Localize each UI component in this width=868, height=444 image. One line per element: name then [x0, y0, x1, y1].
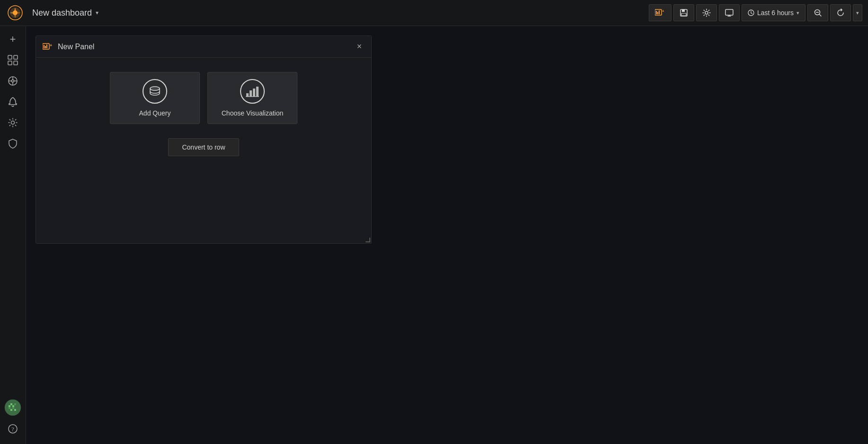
sidebar-item-alerting[interactable] [3, 92, 22, 111]
svg-rect-12 [725, 9, 733, 15]
sidebar-item-dashboards[interactable] [3, 51, 22, 70]
panel-header: + New Panel × [36, 36, 371, 58]
svg-rect-38 [14, 409, 16, 411]
refresh-dropdown-button[interactable]: ▾ [853, 4, 862, 21]
svg-rect-6 [659, 10, 660, 14]
refresh-button[interactable] [830, 4, 851, 21]
svg-rect-51 [256, 87, 259, 97]
panel-body: Add Query Cho [36, 58, 371, 166]
topnav: New dashboard ▾ + [0, 0, 868, 26]
svg-rect-43 [45, 46, 46, 48]
svg-rect-50 [253, 89, 255, 97]
sidebar-item-add[interactable]: + [3, 30, 22, 49]
svg-line-18 [820, 15, 822, 17]
bell-icon [8, 97, 18, 107]
add-query-icon [143, 79, 167, 104]
svg-rect-21 [8, 61, 12, 65]
dashboard-title-text: New dashboard [32, 8, 92, 18]
add-query-card[interactable]: Add Query [110, 72, 200, 124]
svg-rect-10 [681, 13, 686, 16]
choose-visualization-label: Choose Visualization [222, 109, 284, 117]
dashboard-title[interactable]: New dashboard ▾ [32, 8, 98, 18]
svg-rect-42 [44, 45, 45, 48]
add-icon: + [10, 33, 16, 45]
zoom-out-button[interactable] [807, 4, 828, 21]
svg-rect-37 [12, 407, 14, 409]
panel-options-row: Add Query Cho [110, 72, 297, 124]
explore-icon [8, 76, 18, 86]
svg-rect-4 [656, 11, 657, 14]
content-area: + New Panel × [26, 26, 868, 444]
add-query-label: Add Query [139, 109, 171, 117]
convert-to-row-button[interactable]: Convert to row [168, 138, 239, 156]
svg-point-29 [11, 121, 15, 124]
shield-icon [8, 138, 18, 149]
gear-icon [8, 117, 18, 128]
svg-rect-5 [657, 12, 658, 14]
svg-rect-20 [14, 55, 18, 59]
svg-point-47 [150, 87, 160, 90]
grafana-logo[interactable] [6, 3, 25, 22]
time-range-chevron: ▾ [796, 10, 799, 16]
svg-point-11 [705, 11, 708, 14]
svg-rect-19 [8, 55, 12, 59]
panel-close-button[interactable]: × [354, 41, 365, 53]
svg-rect-44 [46, 44, 47, 48]
help-icon: ? [8, 424, 18, 434]
svg-rect-34 [14, 403, 16, 405]
sidebar-item-configuration[interactable] [3, 113, 22, 132]
topnav-actions: + [649, 4, 862, 21]
panel-resize-handle[interactable] [366, 238, 370, 242]
sidebar-item-shield[interactable] [3, 134, 22, 153]
svg-rect-36 [10, 409, 12, 411]
dashboard-title-chevron: ▾ [96, 9, 98, 16]
sidebar-item-explore[interactable] [3, 71, 22, 90]
sidebar: + [0, 26, 26, 444]
choose-visualization-icon [240, 79, 265, 104]
dashboards-icon [8, 55, 18, 65]
svg-rect-22 [14, 61, 18, 65]
new-panel-modal: + New Panel × [36, 36, 372, 244]
svg-rect-32 [10, 403, 12, 405]
main-layout: + [0, 26, 868, 444]
svg-rect-48 [246, 93, 249, 97]
choose-visualization-card[interactable]: Choose Visualization [207, 72, 297, 124]
settings-button[interactable] [696, 4, 717, 21]
svg-rect-9 [682, 9, 685, 12]
panel-title: New Panel [58, 43, 349, 51]
svg-text:?: ? [11, 426, 14, 433]
time-range-button[interactable]: Last 6 hours ▾ [742, 4, 805, 21]
svg-point-24 [12, 80, 14, 82]
user-avatar[interactable] [5, 400, 21, 416]
add-panel-button[interactable]: + [649, 4, 671, 21]
svg-text:+: + [50, 43, 52, 48]
time-range-label: Last 6 hours [757, 9, 794, 17]
svg-text:+: + [662, 9, 664, 13]
svg-rect-49 [250, 90, 252, 97]
svg-rect-35 [9, 407, 10, 409]
tv-mode-button[interactable] [719, 4, 740, 21]
svg-rect-31 [9, 405, 10, 407]
panel-header-icon: + [43, 42, 53, 52]
save-button[interactable] [673, 4, 694, 21]
svg-rect-33 [12, 405, 14, 407]
refresh-dropdown-chevron: ▾ [856, 10, 859, 16]
sidebar-item-help[interactable]: ? [3, 419, 22, 438]
